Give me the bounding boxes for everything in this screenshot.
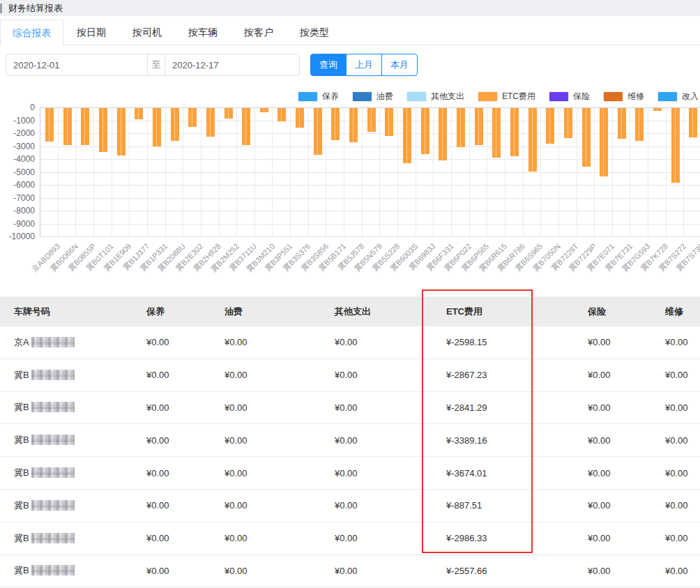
bar-冀B2E302[interactable] [188,108,197,127]
bar-冀B1P331[interactable] [153,108,161,146]
date-range-picker: 至 [6,54,300,76]
bar-冀B7G593[interactable] [635,108,644,141]
table-row[interactable]: 冀B¥0.00¥0.00¥0.00¥-887.51¥0.00¥0.00 [0,490,700,522]
bar-冀B3M210[interactable] [260,108,268,112]
table-header-row: 车牌号码保养油费其他支出ETC费用保险维修 [0,296,700,326]
title-accent-bar [0,3,2,13]
amount-cell: ¥0.00 [651,435,700,446]
legend-label: ETC费用 [502,91,535,103]
gridline-v [326,107,326,236]
bar-冀B3S376[interactable] [296,108,304,128]
table-row[interactable]: 冀B¥0.00¥0.00¥0.00¥-2557.66¥0.00¥0.00 [0,555,700,588]
bar-京ABD893[interactable] [45,108,54,142]
gridline-v [397,107,398,236]
bar-冀B6S965[interactable] [528,108,537,172]
table-row[interactable]: 冀B¥0.00¥0.00¥0.00¥-2841.29¥0.00¥0.00 [0,392,700,425]
bar-冀B7E731[interactable] [618,108,626,139]
bar-冀B2M252[interactable] [225,108,233,119]
amount-cell: ¥0.00 [574,337,651,347]
redacted-plate-mosaic [31,500,75,511]
table-row[interactable]: 京A¥0.00¥0.00¥0.00¥-2598.15¥0.00¥0.00 [0,326,700,359]
bar-冀B5S228[interactable] [385,108,393,136]
plate-cell: 冀B [0,369,132,382]
amount-cell: ¥-2841.29 [432,402,574,413]
amount-cell: ¥0.00 [651,370,700,380]
gridline-v [433,107,434,236]
bar-冀B6983J[interactable] [421,108,429,154]
bar-冀B6R615[interactable] [492,108,501,158]
bar-冀B1J377[interactable] [135,108,143,119]
legend-label: 保险 [573,91,590,103]
legend-item-油费[interactable]: 油费 [352,91,393,103]
table-row[interactable]: 冀B¥0.00¥0.00¥0.00¥-3389.16¥0.00¥0.00 [0,424,700,457]
bar-冀B0T101[interactable] [99,108,107,152]
gridline-v [666,107,667,236]
legend-item-改入[interactable]: 改入 [657,91,699,103]
column-header-车牌号码: 车牌号码 [0,306,132,318]
bar-冀B7229P[interactable] [582,108,591,167]
bar-冀B5B171[interactable] [331,108,340,140]
gridline-v [612,107,613,236]
bar-冀B0066N[interactable] [63,108,72,145]
amount-cell: ¥0.00 [132,370,211,380]
bar-冀B6F331[interactable] [439,108,447,160]
bar-冀B2H828[interactable] [206,108,215,137]
column-header-油费: 油费 [211,306,321,318]
amount-cell: ¥0.00 [651,468,700,478]
bar-冀B5N579[interactable] [367,108,376,132]
legend-item-保养[interactable]: 保养 [298,91,339,103]
legend-item-维修[interactable]: 维修 [603,91,644,103]
gridline-v [129,107,130,236]
legend-label: 其他支出 [431,91,464,103]
tab-按客户[interactable]: 按客户 [231,20,287,45]
page-header: 财务结算报表 [0,0,700,16]
amount-cell: ¥-887.51 [432,500,574,511]
tab-按日期[interactable]: 按日期 [63,20,119,45]
tab-按类型[interactable]: 按类型 [287,20,342,45]
bar-冀B1E909[interactable] [117,108,125,156]
plate-prefix: 京A [14,337,29,347]
amount-cell: ¥0.00 [211,402,321,413]
bar-冀B2088U[interactable] [171,108,179,141]
amount-cell: ¥0.00 [211,435,321,446]
tab-按司机[interactable]: 按司机 [119,20,175,45]
end-date-input[interactable] [165,55,299,75]
gridline-v [451,107,452,236]
bar-冀B0855P[interactable] [81,108,89,145]
bar-冀B7S739[interactable] [689,108,697,137]
legend-item-保险[interactable]: 保险 [549,91,590,103]
table-row[interactable]: 冀B¥0.00¥0.00¥0.00¥-3674.01¥0.00¥0.00 [0,457,700,490]
tab-综合报表[interactable]: 综合报表 [0,20,63,46]
redacted-plate-mosaic [31,467,75,478]
prev-month-button[interactable]: 上月 [347,54,382,76]
bar-冀B6003S[interactable] [403,108,411,163]
legend-item-其他支出[interactable]: 其他支出 [406,91,464,103]
legend-swatch-icon [298,91,318,102]
table-row[interactable]: 冀B¥0.00¥0.00¥0.00¥-2867.23¥0.00¥0.00 [0,359,700,392]
tab-按车辆[interactable]: 按车辆 [175,20,231,45]
bar-冀B6P022[interactable] [457,108,465,147]
bar-冀B7228T[interactable] [564,108,572,138]
bar-冀B6P565[interactable] [475,108,483,145]
gridline-v [683,107,684,236]
legend-label: 改入 [682,91,699,103]
bar-冀B7E071[interactable] [600,108,608,176]
current-month-button[interactable]: 本月 [381,54,418,76]
bar-冀B7050N[interactable] [546,108,554,144]
bar-冀B7S272[interactable] [671,108,680,183]
amount-cell: ¥0.00 [321,468,432,478]
amount-cell: ¥-2598.15 [432,337,574,347]
bar-冀B3S856[interactable] [314,108,322,155]
amount-cell: ¥0.00 [651,500,700,511]
bar-冀B5J578[interactable] [349,108,358,142]
bar-冀B3711U[interactable] [242,108,250,145]
table-row[interactable]: 冀B¥0.00¥0.00¥0.00¥-2986.33¥0.00¥0.00 [0,522,700,555]
bar-冀B6R786[interactable] [510,108,519,156]
start-date-input[interactable] [6,55,147,75]
bar-冀B3P551[interactable] [277,108,286,121]
query-button[interactable]: 查询 [310,54,347,76]
bar-冀B7K728[interactable] [653,108,662,111]
plate-prefix: 冀B [14,402,29,412]
gridline-v [254,107,255,236]
legend-item-ETC费用[interactable]: ETC费用 [478,91,535,103]
